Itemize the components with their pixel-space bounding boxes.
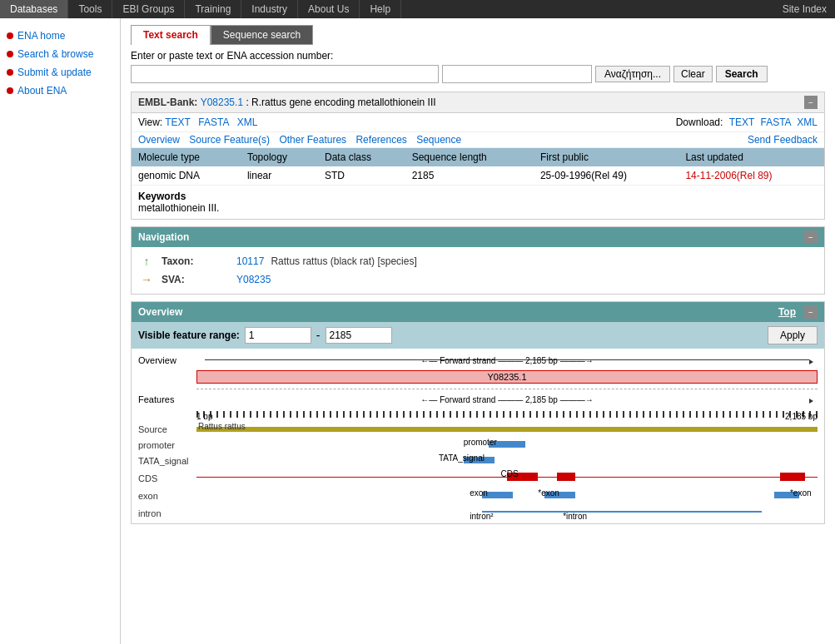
result-description: : R.rattus gene encoding metallothionein… xyxy=(246,97,435,108)
right-arrow-icon: → xyxy=(141,273,152,286)
feature-range-label: Visible feature range: xyxy=(138,329,240,341)
promoter-track: promoter xyxy=(196,438,818,453)
cell-sequence-length: 2185 xyxy=(405,166,534,185)
download-text-link[interactable]: TEXT xyxy=(729,116,754,128)
nav-databases[interactable]: Databases xyxy=(0,0,68,18)
cds-name-label: CDS xyxy=(138,473,196,483)
taxon-icon: ↑ xyxy=(138,255,155,268)
navigation-section: Navigation − ↑ Taxon: 10117 Rattus rattu… xyxy=(131,226,825,295)
nav-ebi-groups[interactable]: EBI Groups xyxy=(112,0,185,18)
intron-bar-2 xyxy=(557,511,762,513)
source-species-label: Rattus rattus xyxy=(198,422,246,431)
tata-row: TATA_signal TATA_signal xyxy=(138,453,818,468)
top-link[interactable]: Top xyxy=(778,306,796,318)
tata-track: TATA_signal xyxy=(196,453,818,468)
download-xml-link[interactable]: XML xyxy=(797,116,818,128)
nav-collapse-button[interactable]: − xyxy=(804,230,818,244)
sidebar-item-about-ena[interactable]: About ENA xyxy=(0,82,120,100)
apply-button[interactable]: Apply xyxy=(768,326,818,344)
features-strand-row: Features ←— Forward strand ——— 2,185 bp … xyxy=(138,393,818,406)
result-header: EMBL-Bank: Y08235.1 : R.rattus gene enco… xyxy=(132,92,824,113)
view-xml-link[interactable]: XML xyxy=(237,116,258,128)
sidebar-link-submit-update[interactable]: Submit & update xyxy=(17,67,92,78)
cds-box-3 xyxy=(780,473,805,481)
sidebar-dot xyxy=(7,87,13,94)
info-table: Molecule type Topology Data class Sequen… xyxy=(132,148,824,185)
download-links: Download: TEXT FASTA XML xyxy=(676,116,818,128)
cds-track-label: CDS xyxy=(501,469,519,478)
cds-box-2 xyxy=(557,473,575,481)
site-index[interactable]: Site Index xyxy=(774,0,835,18)
taxon-label: Taxon: xyxy=(162,255,236,267)
sequence-link[interactable]: Sequence xyxy=(416,134,461,146)
other-features-link[interactable]: Other Features xyxy=(279,134,346,146)
result-accession-link[interactable]: Y08235.1 xyxy=(201,97,243,108)
cell-first-public: 25-09-1996(Rel 49) xyxy=(534,166,679,185)
promoter-row: promoter promoter xyxy=(138,438,818,453)
cds-row: CDS CDS xyxy=(138,469,818,488)
sidebar-item-submit-update[interactable]: Submit & update xyxy=(0,63,120,82)
source-features-link[interactable]: Source Feature(s) xyxy=(189,134,270,146)
taxon-id-link[interactable]: 10117 xyxy=(236,255,264,267)
sva-id-link[interactable]: Y08235 xyxy=(236,274,271,285)
source-name-label: Source xyxy=(138,424,196,434)
bp-start-label: 1 bp xyxy=(196,412,212,421)
sidebar-dot xyxy=(7,32,13,39)
cell-molecule-type: genomic DNA xyxy=(132,166,241,185)
feature-range-bar: Visible feature range: - Apply xyxy=(132,322,824,349)
top-navigation: Databases Tools EBI Groups Training Indu… xyxy=(0,0,835,18)
nav-industry[interactable]: Industry xyxy=(241,0,298,18)
sidebar-link-ena-home[interactable]: ENA home xyxy=(17,30,65,42)
sidebar-link-about-ena[interactable]: About ENA xyxy=(17,85,67,97)
references-link[interactable]: References xyxy=(355,134,406,146)
strand-label-text: ←— Forward strand ——— 2,185 bp ———→ xyxy=(420,356,593,365)
keywords-value: metallothionein III. xyxy=(138,202,219,214)
exon-label-3: *exon xyxy=(790,488,812,498)
source-track: Rattus rattus xyxy=(196,422,818,437)
overview-collapse-button[interactable]: − xyxy=(804,305,818,319)
nav-section-header: Navigation − xyxy=(132,227,824,247)
col-molecule-type: Molecule type xyxy=(132,148,241,166)
main-content: Text search Sequence search Enter or pas… xyxy=(121,18,835,644)
send-feedback-link[interactable]: Send Feedback xyxy=(748,134,818,146)
view-text-link[interactable]: TEXT xyxy=(165,116,191,128)
keywords-section: Keywords metallothionein III. xyxy=(132,185,824,219)
nav-help[interactable]: Help xyxy=(360,0,401,18)
range-end-input[interactable] xyxy=(326,327,392,344)
tab-text-search[interactable]: Text search xyxy=(131,25,211,45)
tab-sequence-search[interactable]: Sequence search xyxy=(211,25,313,45)
download-fasta-link[interactable]: FASTA xyxy=(761,116,791,128)
features-label: Features xyxy=(138,394,196,404)
sva-label: SVA: xyxy=(162,274,236,285)
col-last-updated: Last updated xyxy=(678,148,824,166)
nav-tools[interactable]: Tools xyxy=(68,0,112,18)
overview-header: Overview Top − xyxy=(132,302,824,322)
nav-training[interactable]: Training xyxy=(185,0,241,18)
sidebar-link-search-browse[interactable]: Search & browse xyxy=(17,48,93,60)
btn-clear[interactable]: Clear xyxy=(673,66,713,82)
sidebar-item-search-browse[interactable]: Search & browse xyxy=(0,45,120,63)
tata-track-label: TATA_signal xyxy=(439,453,485,463)
search-input-secondary[interactable] xyxy=(442,65,592,83)
overview-link[interactable]: Overview xyxy=(138,134,180,146)
view-links: View: TEXT FASTA XML xyxy=(138,116,262,128)
col-data-class: Data class xyxy=(318,148,405,166)
cell-data-class: STD xyxy=(318,166,405,185)
btn-greek[interactable]: Αναζήτηση... xyxy=(595,66,670,82)
result-nav: Overview Source Feature(s) Other Feature… xyxy=(132,132,824,148)
bp-end-label: 2,185 bp xyxy=(785,412,818,421)
table-row: genomic DNA linear STD 2185 25-09-1996(R… xyxy=(132,166,824,185)
sidebar-item-ena-home[interactable]: ENA home xyxy=(0,27,120,45)
features-strand-text: ←— Forward strand ——— 2,185 bp ———→ xyxy=(420,395,593,404)
exon-row: exon exon *exon *exon xyxy=(138,488,818,503)
promoter-track-label: promoter xyxy=(464,438,497,447)
nav-about-us[interactable]: About Us xyxy=(298,0,360,18)
collapse-button[interactable]: − xyxy=(804,96,818,109)
overview-strand-row: Overview ←— Forward strand ——— 2,185 bp … xyxy=(138,354,818,367)
btn-search[interactable]: Search xyxy=(716,66,768,82)
up-arrow-icon: ↑ xyxy=(144,255,150,268)
range-start-input[interactable] xyxy=(245,327,311,344)
view-fasta-link[interactable]: FASTA xyxy=(198,116,229,128)
tick-ruler-row: 1 bp 2,185 bp xyxy=(138,408,818,421)
search-input-main[interactable] xyxy=(131,65,439,83)
